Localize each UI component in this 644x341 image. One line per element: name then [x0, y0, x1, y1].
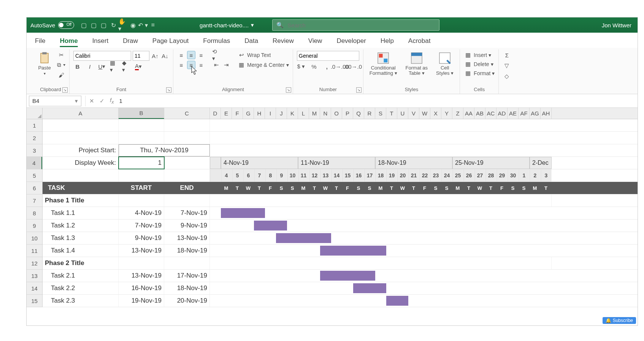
cell[interactable]: 18-Nov-19 [164, 282, 210, 294]
qat-icon[interactable]: ▢ [98, 20, 108, 30]
tab-acrobat[interactable]: Acrobat [408, 35, 431, 48]
cell[interactable]: S [441, 182, 452, 194]
column-header[interactable]: A [43, 108, 119, 119]
column-header[interactable]: L [298, 108, 309, 119]
cell[interactable]: 7 [254, 169, 265, 182]
tab-file[interactable]: File [35, 35, 45, 48]
spreadsheet-grid[interactable]: 123456789101112131415 ABCDEFGHIJKLMNOPQR… [27, 108, 638, 325]
cell[interactable]: 11 [298, 169, 309, 182]
cell[interactable]: Task 1.3 [43, 232, 119, 244]
cell[interactable]: 14 [331, 169, 342, 182]
cell[interactable] [164, 257, 210, 269]
tab-insert[interactable]: Insert [92, 35, 109, 48]
enter-icon[interactable]: ✓ [100, 98, 105, 104]
cell[interactable]: Project Start: [43, 144, 119, 156]
format-cells-button[interactable]: ▦Format ▾ [464, 69, 495, 77]
cell[interactable]: 16-Nov-19 [119, 282, 164, 294]
tab-page-layout[interactable]: Page Layout [152, 35, 189, 48]
cell[interactable] [119, 119, 164, 131]
cell[interactable]: 18 [375, 169, 386, 182]
fill-color-icon[interactable]: ◆ ▾ [122, 62, 130, 71]
column-header[interactable]: E [221, 108, 232, 119]
format-painter-icon[interactable]: 🖌 [57, 71, 65, 79]
cell[interactable]: Thu, 7-Nov-2019 [119, 144, 210, 156]
row-header[interactable]: 10 [27, 232, 42, 245]
document-title[interactable]: gantt-chart-video....▾ [200, 22, 254, 28]
cell[interactable]: S [508, 182, 519, 194]
cell[interactable]: T [254, 182, 265, 194]
font-color-icon[interactable]: A ▾ [134, 62, 143, 71]
orientation-icon[interactable]: ⟲ ▾ [212, 51, 220, 59]
cell[interactable]: 4 [221, 169, 232, 182]
fx-icon[interactable]: fx [110, 97, 114, 105]
cell[interactable] [210, 194, 552, 207]
row-header[interactable]: 9 [27, 219, 42, 232]
autosum-icon[interactable]: Σ [503, 51, 511, 59]
cell[interactable] [43, 169, 119, 182]
column-header[interactable]: W [419, 108, 430, 119]
cell[interactable]: 13-Nov-19 [164, 232, 210, 244]
copy-icon[interactable]: ⧉ ▾ [57, 61, 65, 69]
cell[interactable]: Task 1.4 [43, 245, 119, 257]
cell[interactable] [210, 157, 221, 169]
percent-icon[interactable]: % [310, 62, 318, 71]
cell[interactable]: S [364, 182, 375, 194]
column-header[interactable]: R [364, 108, 375, 119]
cell[interactable]: M [375, 182, 386, 194]
cell[interactable]: 1 [119, 157, 164, 169]
column-header[interactable]: F [232, 108, 243, 119]
cell[interactable]: Task 2.1 [43, 270, 119, 282]
cell[interactable]: 3 [541, 169, 552, 182]
cell[interactable]: 23 [430, 169, 441, 182]
increase-decimal-icon[interactable]: .0→.00 [336, 62, 344, 71]
accounting-icon[interactable]: $ ▾ [297, 62, 305, 71]
qat-save-icon[interactable]: ▢ [79, 20, 89, 30]
insert-cells-button[interactable]: ▦Insert ▾ [464, 51, 491, 59]
row-header[interactable]: 5 [27, 169, 42, 182]
column-header[interactable]: AF [519, 108, 530, 119]
cell[interactable]: 17 [364, 169, 375, 182]
cell[interactable] [164, 132, 210, 144]
subscribe-button[interactable]: 🔔Subscribe [603, 317, 636, 324]
cell[interactable]: 26 [463, 169, 474, 182]
italic-button[interactable]: I [86, 62, 94, 71]
cell[interactable]: Task 1.2 [43, 219, 119, 232]
cell[interactable]: W [320, 182, 331, 194]
cell[interactable] [119, 169, 164, 182]
tab-data[interactable]: Data [244, 35, 258, 48]
cell[interactable]: 4-Nov-19 [119, 207, 164, 219]
decrease-indent-icon[interactable]: ⇤ [212, 61, 220, 69]
row-header[interactable]: 15 [27, 295, 42, 307]
fill-icon[interactable]: ▽ [503, 62, 511, 70]
dialog-launcher-icon[interactable]: ↘ [166, 87, 171, 93]
formula-value[interactable]: 1 [119, 98, 122, 104]
merge-center-button[interactable]: ▦Merge & Center ▾ [237, 61, 289, 69]
cell[interactable]: 20-Nov-19 [164, 295, 210, 307]
qat-undo-icon[interactable]: ↶ ▾ [138, 20, 148, 30]
qat-customize-icon[interactable]: ≡ [148, 20, 158, 30]
name-box[interactable]: B4▾ [29, 96, 81, 106]
dialog-launcher-icon[interactable]: ↘ [356, 87, 362, 93]
decrease-font-icon[interactable]: A↓ [161, 52, 169, 60]
cell[interactable] [164, 169, 210, 182]
row-header[interactable]: 7 [27, 194, 42, 207]
cut-icon[interactable]: ✂ [57, 51, 65, 59]
column-header[interactable]: V [408, 108, 419, 119]
autosave-toggle[interactable]: AutoSave Off [30, 21, 74, 29]
column-header[interactable]: S [375, 108, 386, 119]
cell[interactable]: T [408, 182, 419, 194]
cell[interactable]: W [474, 182, 485, 194]
bold-button[interactable]: B [73, 62, 82, 71]
column-header[interactable]: D [210, 108, 221, 119]
cell[interactable]: 5 [232, 169, 243, 182]
row-header[interactable]: 14 [27, 282, 42, 295]
cell[interactable]: 15 [342, 169, 353, 182]
conditional-formatting-button[interactable]: ConditionalFormatting ▾ [367, 51, 400, 77]
select-all-corner[interactable] [27, 108, 43, 119]
cell[interactable]: 10 [287, 169, 298, 182]
cell[interactable]: 1 [519, 169, 530, 182]
cell[interactable]: 11-Nov-19 [298, 157, 375, 169]
wrap-text-button[interactable]: ↩Wrap Text [237, 51, 289, 59]
cell[interactable] [210, 169, 221, 182]
cell[interactable]: TASK [43, 182, 119, 194]
